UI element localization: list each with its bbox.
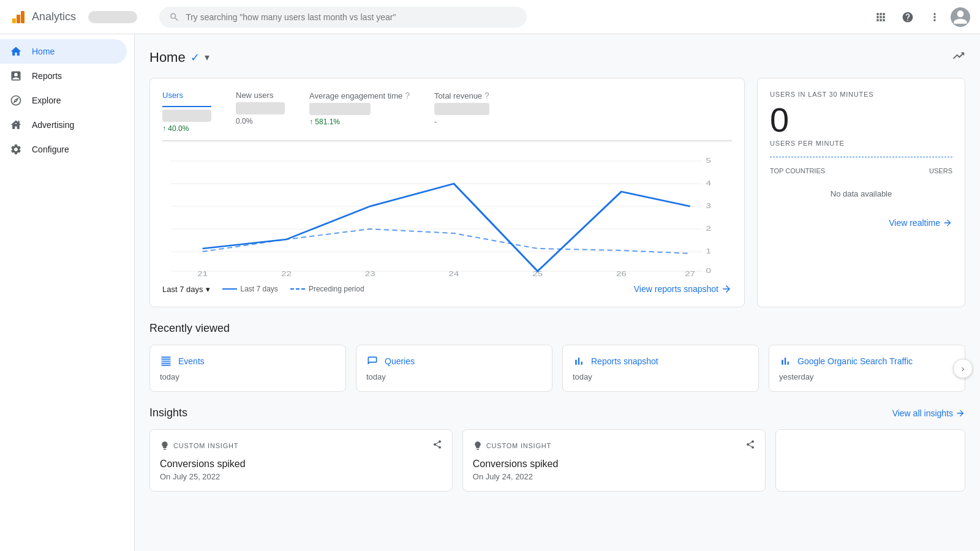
sidebar-item-reports[interactable]: Reports	[0, 64, 127, 88]
avatar[interactable]	[951, 7, 970, 27]
metric-revenue-label: Total revenue ?	[434, 91, 489, 100]
arrow-right-icon	[721, 283, 732, 294]
google-organic-card-icon	[779, 355, 791, 367]
revenue-info-icon[interactable]: ?	[484, 91, 489, 100]
svg-text:0: 0	[706, 267, 710, 275]
svg-text:4: 4	[706, 179, 710, 187]
realtime-count: 0	[770, 103, 952, 137]
svg-text:1: 1	[706, 247, 710, 255]
card-reports-snapshot-date: today	[573, 372, 748, 381]
insight-card-1: CUSTOM INSIGHT Conversions spiked On Jul…	[462, 429, 766, 492]
insight-title-1: Conversions spiked	[473, 459, 755, 470]
view-reports-snapshot-link[interactable]: View reports snapshot	[634, 283, 732, 294]
card-events-title: Events	[178, 356, 205, 366]
users-header-label: USERS	[929, 167, 952, 174]
date-filter-button[interactable]: Last 7 days ▾	[162, 285, 210, 294]
card-queries-header: Queries	[366, 355, 542, 367]
reports-icon	[10, 70, 22, 82]
metric-revenue-value	[434, 103, 489, 115]
main-content: Home ✓ ▾ Users ↑ 40	[135, 34, 980, 551]
apps-icon	[875, 11, 887, 23]
recently-viewed-section: Recently viewed Events today Queries	[149, 322, 965, 392]
chart-footer: Last 7 days ▾ Last 7 days Preceding peri…	[162, 283, 732, 294]
card-google-organic-date: yesterday	[779, 372, 955, 381]
sidebar-item-explore[interactable]: Explore	[0, 88, 127, 113]
insight-card-2	[775, 429, 965, 492]
chart-panel: Users ↑ 40.0% New users 0.0%	[149, 78, 745, 307]
metric-revenue[interactable]: Total revenue ? -	[434, 91, 489, 133]
search-box[interactable]	[159, 7, 527, 28]
advertising-icon	[10, 119, 22, 131]
realtime-title: USERS IN LAST 30 MINUTES	[770, 91, 952, 98]
sidebar: Home Reports Explore Advertising	[0, 34, 135, 551]
top-countries-label: TOP COUNTRIES	[770, 167, 825, 174]
insight-type-0: CUSTOM INSIGHT	[173, 442, 238, 449]
more-button[interactable]	[924, 6, 946, 28]
legend-previous-line	[290, 288, 305, 290]
svg-rect-0	[12, 18, 16, 23]
svg-text:24: 24	[449, 270, 459, 276]
insight-card-0: CUSTOM INSIGHT Conversions spiked On Jul…	[149, 429, 453, 492]
view-realtime-link[interactable]: View realtime	[770, 218, 952, 228]
trend-icon-button[interactable]	[952, 49, 965, 66]
view-all-insights-link[interactable]: View all insights	[892, 408, 965, 418]
queries-card-icon	[366, 355, 379, 367]
realtime-table-header: TOP COUNTRIES USERS	[770, 167, 952, 174]
metric-engagement-label: Average engagement time ?	[309, 91, 410, 100]
app-title: Analytics	[32, 10, 76, 23]
engagement-info-icon[interactable]: ?	[405, 91, 410, 100]
search-container	[159, 7, 527, 28]
insights-header: Insights View all insights	[149, 407, 965, 419]
metric-users-value	[162, 110, 211, 122]
svg-text:3: 3	[706, 202, 710, 210]
home-icon	[10, 45, 22, 58]
sidebar-item-advertising[interactable]: Advertising	[0, 113, 127, 137]
card-google-organic[interactable]: Google Organic Search Traffic yesterday	[769, 345, 965, 392]
card-queries[interactable]: Queries today	[356, 345, 552, 392]
sidebar-item-home[interactable]: Home	[0, 39, 127, 64]
insight-type-1: CUSTOM INSIGHT	[486, 442, 551, 449]
metric-revenue-change: -	[434, 118, 489, 126]
apps-button[interactable]	[870, 6, 892, 28]
property-dropdown-button[interactable]: ▾	[205, 51, 209, 63]
metric-new-users-value	[236, 102, 285, 114]
account-selector[interactable]	[88, 11, 137, 23]
metric-engagement-change: ↑ 581.1%	[309, 118, 410, 126]
insight-subtitle-1: On July 24, 2022	[473, 472, 755, 481]
card-reports-snapshot[interactable]: Reports snapshot today	[562, 345, 759, 392]
metric-new-users[interactable]: New users 0.0%	[236, 91, 285, 133]
card-reports-snapshot-title: Reports snapshot	[591, 356, 658, 366]
insight-share-0[interactable]	[432, 440, 442, 451]
metric-new-users-label: New users	[236, 91, 285, 100]
metric-users[interactable]: Users ↑ 40.0%	[162, 91, 211, 133]
line-chart-container: 5 4 3 2 1 0 21	[162, 154, 732, 276]
cards-next-button[interactable]: ›	[953, 359, 973, 378]
logo: Analytics	[10, 9, 76, 26]
metric-engagement[interactable]: Average engagement time ? ↑ 581.1%	[309, 91, 410, 133]
help-button[interactable]	[897, 6, 919, 28]
insight-bulb-icon-1	[473, 441, 483, 451]
search-input[interactable]	[186, 12, 517, 22]
page-title: Home	[149, 50, 186, 66]
sidebar-item-configure[interactable]: Configure	[0, 137, 127, 162]
metric-new-users-change: 0.0%	[236, 117, 285, 126]
svg-text:5: 5	[706, 157, 710, 165]
metrics-row: Users ↑ 40.0% New users 0.0%	[162, 91, 732, 141]
insight-title-0: Conversions spiked	[160, 459, 442, 470]
analytics-logo-icon	[10, 9, 27, 26]
chart-legend: Last 7 days Preceding period	[222, 285, 364, 293]
insights-title: Insights	[149, 407, 187, 419]
more-vert-icon	[929, 11, 941, 23]
card-events-header: Events	[160, 355, 336, 367]
realtime-arrow-icon	[943, 218, 952, 228]
svg-text:Jul: Jul	[197, 275, 208, 276]
card-events[interactable]: Events today	[149, 345, 346, 392]
insights-section: Insights View all insights CUSTOM INSIGH…	[149, 407, 965, 492]
svg-text:2: 2	[706, 225, 710, 233]
insight-share-1[interactable]	[745, 440, 755, 451]
insights-grid: CUSTOM INSIGHT Conversions spiked On Jul…	[149, 429, 965, 492]
no-data-message: No data available	[770, 179, 952, 208]
card-google-organic-header: Google Organic Search Traffic	[779, 355, 955, 367]
svg-text:27: 27	[685, 270, 695, 276]
topbar: Analytics	[0, 0, 980, 34]
